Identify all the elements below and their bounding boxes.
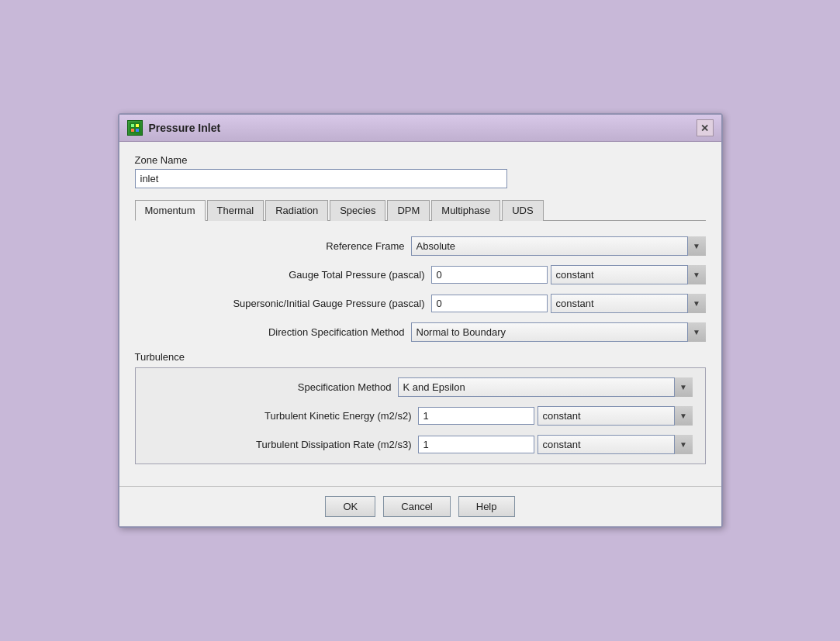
reference-frame-label: Reference Frame [157,240,405,252]
supersonic-pressure-method-wrapper: constant expression profile ▼ [551,294,706,313]
gauge-pressure-method-wrapper: constant expression profile ▼ [551,265,706,284]
supersonic-pressure-label: Supersonic/Initial Gauge Pressure (pasca… [177,298,425,309]
svg-rect-4 [136,129,139,132]
title-bar: Pressure Inlet ✕ [119,115,721,142]
turb-kinetic-row: Turbulent Kinetic Energy (m2/s2) constan… [148,406,693,426]
gauge-pressure-row: Gauge Total Pressure (pascal) constant e… [135,265,706,284]
ok-button[interactable]: OK [325,496,375,517]
tab-thermal[interactable]: Thermal [207,200,264,221]
gauge-pressure-method-select[interactable]: constant expression profile [551,265,706,284]
reference-frame-select-wrapper: Absolute Relative to Cell Zone ▼ [411,236,706,256]
turb-dissipation-label: Turbulent Dissipation Rate (m2/s3) [164,439,412,450]
turb-kinetic-method-select[interactable]: constant expression profile [538,406,693,426]
turb-spec-method-select-wrapper: K and Epsilon Intensity and Length Scale… [398,377,693,397]
turb-kinetic-input[interactable] [418,407,534,425]
dialog-title: Pressure Inlet [149,122,221,134]
supersonic-pressure-input[interactable] [431,295,548,312]
close-button[interactable]: ✕ [697,119,714,136]
svg-rect-3 [131,129,134,132]
zone-name-input[interactable] [135,169,507,188]
direction-method-select-wrapper: Normal to Boundary Direction Vector Comp… [411,322,706,342]
svg-rect-2 [136,124,139,127]
turb-dissipation-method-select[interactable]: constant expression profile [538,435,693,454]
reference-frame-select[interactable]: Absolute Relative to Cell Zone [411,236,706,256]
turbulence-section: Specification Method K and Epsilon Inten… [135,367,706,464]
svg-rect-1 [131,124,134,127]
turb-kinetic-method-wrapper: constant expression profile ▼ [538,406,693,426]
direction-method-label: Direction Specification Method [157,326,405,338]
gauge-pressure-input[interactable] [431,266,548,284]
turb-spec-method-label: Specification Method [143,381,392,393]
turb-spec-method-row: Specification Method K and Epsilon Inten… [148,377,693,397]
title-bar-left: Pressure Inlet [127,120,221,136]
tabs-container: Momentum Thermal Radiation Species DPM M… [135,199,706,221]
direction-method-select[interactable]: Normal to Boundary Direction Vector Comp… [411,322,706,342]
direction-method-row: Direction Specification Method Normal to… [135,322,706,342]
form-area: Reference Frame Absolute Relative to Cel… [135,233,706,474]
turb-kinetic-label: Turbulent Kinetic Energy (m2/s2) [164,410,412,422]
gauge-pressure-label: Gauge Total Pressure (pascal) [177,269,425,281]
tab-radiation[interactable]: Radiation [265,200,328,221]
turbulence-section-title: Turbulence [135,351,706,363]
help-button[interactable]: Help [458,496,515,517]
turb-spec-method-select[interactable]: K and Epsilon Intensity and Length Scale… [398,377,693,397]
dialog-footer: OK Cancel Help [119,486,721,526]
dialog-body: Zone Name Momentum Thermal Radiation Spe… [119,142,721,486]
pressure-inlet-dialog: Pressure Inlet ✕ Zone Name Momentum Ther… [118,113,723,528]
turb-dissipation-row: Turbulent Dissipation Rate (m2/s3) const… [148,435,693,454]
tab-species[interactable]: Species [330,200,385,221]
reference-frame-row: Reference Frame Absolute Relative to Cel… [135,236,706,256]
tab-dpm[interactable]: DPM [387,200,430,221]
tab-uds[interactable]: UDS [502,200,543,221]
tab-multiphase[interactable]: Multiphase [431,200,500,221]
cancel-button[interactable]: Cancel [383,496,450,517]
supersonic-pressure-row: Supersonic/Initial Gauge Pressure (pasca… [135,294,706,313]
turb-dissipation-input[interactable] [418,436,534,453]
turb-dissipation-method-wrapper: constant expression profile ▼ [538,435,693,454]
app-icon [127,120,143,136]
tab-momentum[interactable]: Momentum [135,200,206,221]
supersonic-pressure-method-select[interactable]: constant expression profile [551,294,706,313]
zone-name-label: Zone Name [135,154,706,166]
